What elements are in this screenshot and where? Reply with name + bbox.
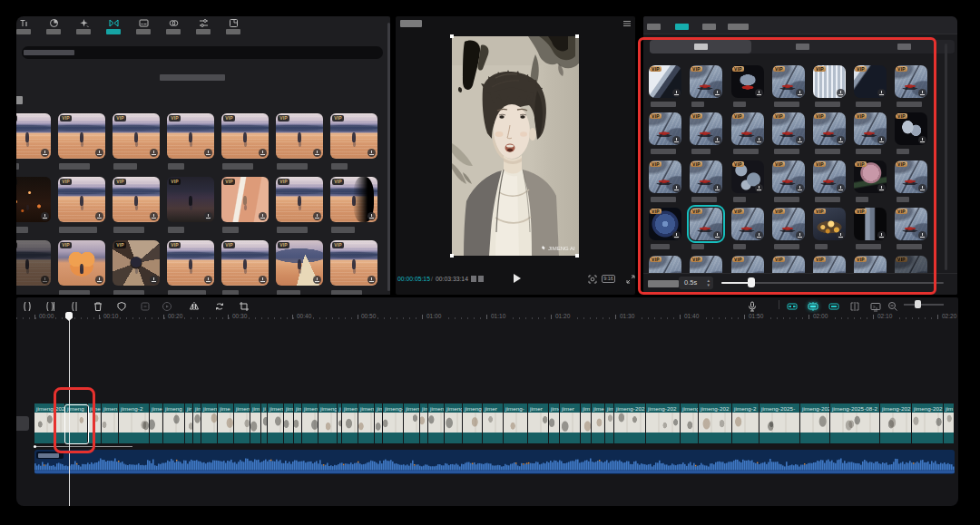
svg-text:JIMENG AI: JIMENG AI [548, 246, 575, 251]
